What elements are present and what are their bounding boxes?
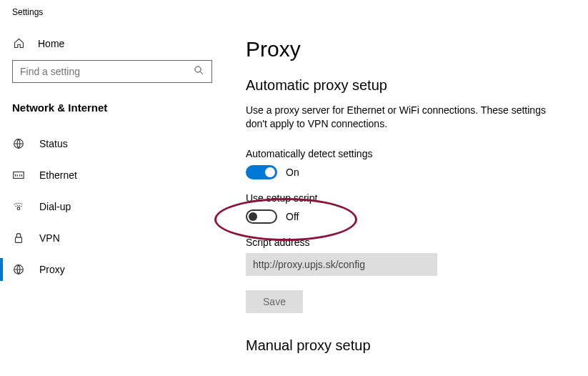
dialup-icon	[12, 200, 25, 213]
sidebar-item-label: VPN	[39, 232, 60, 244]
sidebar-item-dialup[interactable]: Dial-up	[0, 191, 229, 222]
sidebar-section-title: Network & Internet	[0, 90, 229, 128]
sidebar-item-label: Ethernet	[39, 169, 77, 181]
search-icon	[194, 65, 204, 78]
content-panel: Proxy Automatic proxy setup Use a proxy …	[229, 23, 588, 376]
vpn-icon	[12, 232, 25, 244]
svg-point-0	[195, 66, 201, 72]
nav-home[interactable]: Home	[0, 31, 229, 55]
script-address-value: http://proxy.upjs.sk/config	[253, 259, 365, 270]
window-title: Settings	[0, 0, 588, 23]
section-manual-title: Manual proxy setup	[246, 337, 571, 354]
home-icon	[12, 37, 25, 49]
search-field[interactable]	[20, 66, 194, 77]
sidebar-item-vpn[interactable]: VPN	[0, 222, 229, 254]
sidebar-item-proxy[interactable]: Proxy	[0, 254, 229, 285]
svg-rect-4	[16, 237, 22, 242]
sidebar-item-label: Dial-up	[39, 201, 71, 212]
section-auto-description: Use a proxy server for Ethernet or WiFi …	[246, 104, 553, 131]
sidebar-item-ethernet[interactable]: Ethernet	[0, 159, 229, 191]
save-button[interactable]: Save	[246, 290, 303, 313]
setup-script-state: Off	[286, 211, 299, 222]
svg-point-3	[17, 207, 20, 210]
search-input[interactable]	[12, 60, 212, 83]
sidebar-item-label: Status	[39, 138, 68, 149]
setup-script-label: Use setup script	[246, 192, 571, 204]
nav-home-label: Home	[38, 38, 64, 49]
sidebar-item-label: Proxy	[39, 264, 65, 275]
sidebar: Home Network & Internet Status	[0, 23, 229, 376]
setup-script-toggle[interactable]	[246, 209, 277, 224]
auto-detect-label: Automatically detect settings	[246, 148, 571, 159]
sidebar-item-status[interactable]: Status	[0, 128, 229, 159]
auto-detect-state: On	[286, 167, 299, 178]
section-auto-title: Automatic proxy setup	[246, 77, 571, 94]
script-address-label: Script address	[246, 237, 571, 248]
script-address-input[interactable]: http://proxy.upjs.sk/config	[246, 253, 437, 276]
proxy-icon	[12, 263, 25, 276]
status-icon	[12, 137, 25, 150]
page-title: Proxy	[246, 37, 571, 61]
auto-detect-toggle[interactable]	[246, 165, 277, 179]
ethernet-icon	[12, 169, 25, 182]
